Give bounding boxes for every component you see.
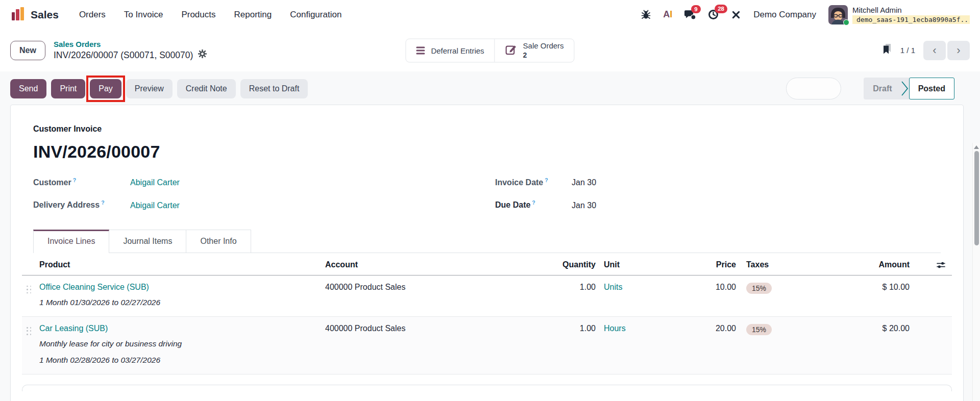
tax-badge: 15% — [746, 283, 772, 294]
table-header: Product Account Quantity Unit Price Taxe… — [22, 253, 952, 275]
state-posted[interactable]: Posted — [909, 78, 954, 99]
empty-pill-widget — [786, 78, 841, 99]
pager-buttons: ‹ › — [923, 41, 970, 60]
breadcrumb: Sales Orders INV/2026/00007 (S00071, S00… — [54, 40, 207, 61]
unit-link[interactable]: Units — [596, 283, 672, 292]
table-row: Car Leasing (SUB) Monthly lease for city… — [22, 317, 952, 375]
sale-orders-count: 2 — [523, 51, 564, 60]
new-button[interactable]: New — [10, 41, 45, 60]
col-amount: Amount — [828, 260, 910, 269]
activities-count-badge: 28 — [715, 5, 727, 13]
product-description: Monthly lease for city or business drivi… — [39, 338, 325, 349]
sales-app-icon — [10, 6, 26, 23]
messages-count-badge: 9 — [691, 5, 700, 14]
activities-clock-icon[interactable]: 28 — [708, 9, 719, 20]
gear-icon[interactable] — [198, 49, 207, 61]
user-avatar — [828, 5, 848, 24]
pay-button[interactable]: Pay — [90, 79, 121, 98]
send-button[interactable]: Send — [10, 79, 46, 98]
cell-price: 10.00 — [672, 283, 736, 292]
menu-reporting[interactable]: Reporting — [234, 10, 272, 20]
cell-taxes: 15% — [736, 283, 828, 294]
help-icon: ? — [532, 199, 535, 206]
tabs-filler — [251, 230, 941, 253]
tools-icon[interactable] — [731, 10, 741, 20]
pager-next-button[interactable]: › — [947, 41, 970, 60]
customer-link[interactable]: Abigail Carter — [130, 178, 180, 187]
next-section-top-edge — [22, 385, 952, 391]
bookmark-icon[interactable] — [882, 44, 892, 57]
unit-link[interactable]: Hours — [596, 324, 672, 333]
app-switcher[interactable]: Sales — [10, 6, 59, 23]
cell-account: 400000 Product Sales — [325, 324, 534, 333]
company-switcher[interactable]: Demo Company — [753, 10, 816, 20]
ai-icon[interactable]: AI — [663, 9, 672, 20]
reset-to-draft-button[interactable]: Reset to Draft — [240, 79, 308, 98]
pay-button-wrap: Pay — [90, 79, 121, 98]
user-meta: Mitchell Admin demo_saas-191_1ecba8990a5… — [852, 6, 970, 24]
product-description: 1 Month 02/28/2026 to 03/27/2026 — [39, 354, 325, 366]
menu-products[interactable]: Products — [181, 10, 215, 20]
chevron-left-icon: ‹ — [933, 44, 936, 57]
due-date-value[interactable]: Jan 30 — [572, 201, 596, 210]
user-menu[interactable]: Mitchell Admin demo_saas-191_1ecba8990a5… — [828, 5, 970, 24]
col-unit: Unit — [596, 260, 672, 269]
tax-badge: 15% — [746, 324, 772, 335]
help-icon: ? — [545, 177, 548, 183]
invoice-date-value[interactable]: Jan 30 — [572, 178, 596, 187]
sale-orders-button[interactable]: Sale Orders 2 — [495, 39, 574, 62]
document-type-label: Customer Invoice — [33, 124, 941, 134]
cell-price: 20.00 — [672, 324, 736, 333]
field-customer: Customer? Abigail Carter — [33, 177, 495, 187]
messages-icon[interactable]: 9 — [684, 10, 696, 20]
field-delivery-address: Delivery Address? Abigail Carter — [33, 199, 495, 210]
field-invoice-date: Invoice Date? Jan 30 — [495, 177, 596, 187]
tab-invoice-lines[interactable]: Invoice Lines — [33, 230, 109, 253]
pager-value[interactable]: 1 / 1 — [900, 46, 915, 55]
app-name[interactable]: Sales — [31, 9, 59, 21]
state-zone: Draft Posted — [786, 78, 954, 99]
menu-to-invoice[interactable]: To Invoice — [124, 10, 163, 20]
smart-buttons: Deferral Entries Sale Orders 2 — [405, 38, 574, 62]
action-bar: Send Print Pay Preview Credit Note Reset… — [10, 78, 970, 99]
deferral-entries-button[interactable]: Deferral Entries — [406, 39, 494, 62]
scrollbar-up-arrow[interactable] — [974, 145, 979, 149]
top-navbar: Sales Orders To Invoice Products Reporti… — [0, 0, 980, 29]
fields-left: Customer? Abigail Carter Delivery Addres… — [33, 177, 495, 210]
sale-orders-stack: Sale Orders 2 — [523, 41, 564, 59]
print-button[interactable]: Print — [51, 79, 85, 98]
tab-other-info[interactable]: Other Info — [186, 230, 251, 253]
product-link[interactable]: Car Leasing (SUB) — [39, 324, 108, 333]
state-draft[interactable]: Draft — [864, 78, 901, 99]
table-row: Office Cleaning Service (SUB) 1 Month 01… — [22, 275, 952, 317]
credit-note-button[interactable]: Credit Note — [177, 79, 236, 98]
drag-handle-icon[interactable] — [22, 286, 39, 294]
help-icon: ? — [101, 199, 104, 206]
scrollbar-thumb[interactable] — [974, 151, 979, 245]
debug-bug-icon[interactable] — [641, 10, 651, 19]
scrollbar[interactable] — [972, 143, 980, 401]
optional-columns-icon[interactable] — [910, 260, 952, 270]
chevron-right-icon: › — [957, 44, 960, 57]
menu-orders[interactable]: Orders — [79, 10, 106, 20]
tab-journal-items[interactable]: Journal Items — [109, 230, 186, 253]
invoice-sheet: Customer Invoice INV/2026/00007 Customer… — [10, 105, 964, 401]
col-account: Account — [325, 260, 534, 269]
delivery-address-link[interactable]: Abigail Carter — [130, 201, 180, 210]
database-name: demo_saas-191_1ecba8990a5f... — [852, 15, 970, 24]
breadcrumb-parent[interactable]: Sales Orders — [54, 40, 207, 48]
menu-configuration[interactable]: Configuration — [290, 10, 341, 20]
preview-button[interactable]: Preview — [126, 79, 173, 98]
edit-pencil-icon — [505, 43, 517, 57]
pager-previous-button[interactable]: ‹ — [923, 41, 946, 60]
col-product: Product — [39, 260, 325, 269]
cell-account: 400000 Product Sales — [325, 283, 534, 292]
product-description: 1 Month 01/30/2026 to 02/27/2026 — [39, 296, 325, 308]
control-panel: New Sales Orders INV/2026/00007 (S00071,… — [0, 29, 980, 71]
product-link[interactable]: Office Cleaning Service (SUB) — [39, 283, 149, 291]
cell-quantity: 1.00 — [534, 324, 596, 333]
drag-handle-icon[interactable] — [22, 327, 39, 336]
cell-amount: $ 20.00 — [828, 324, 910, 333]
content-area: Send Print Pay Preview Credit Note Reset… — [0, 71, 980, 401]
cell-amount: $ 10.00 — [828, 283, 910, 292]
